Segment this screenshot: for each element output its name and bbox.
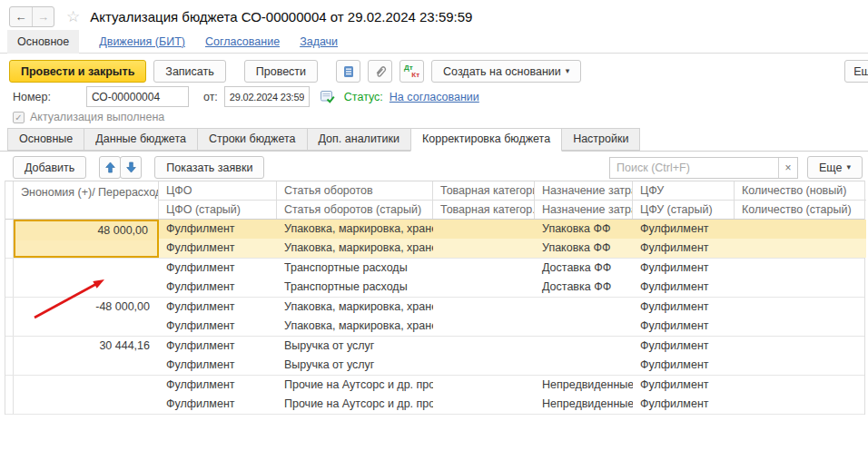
- cell-amount[interactable]: -48 000,00: [14, 298, 159, 336]
- show-requests-button[interactable]: Показать заявки: [154, 156, 264, 179]
- save-button[interactable]: Записать: [153, 60, 225, 83]
- cell-line: Транспортные расходы: [277, 278, 433, 297]
- nav-link-movements[interactable]: Движения (БИТ): [99, 35, 185, 48]
- date-field[interactable]: [224, 86, 310, 107]
- post-button[interactable]: Провести: [244, 60, 318, 83]
- forward-icon[interactable]: →: [32, 7, 54, 26]
- tab-extra-analytics[interactable]: Доп. аналитики: [307, 128, 412, 151]
- date-label: от:: [203, 91, 218, 103]
- cell[interactable]: [433, 220, 535, 258]
- column-header-purpose[interactable]: Назначение затрат Назначение затра...: [535, 181, 633, 219]
- cell[interactable]: ФулфилментФулфилмент: [159, 259, 277, 297]
- move-up-button[interactable]: [99, 156, 121, 179]
- cell[interactable]: [735, 220, 866, 258]
- cell[interactable]: Доставка ФФДоставка ФФ: [535, 259, 633, 297]
- cell-line: [433, 298, 535, 317]
- cell[interactable]: [433, 376, 535, 414]
- tab-budget-correction[interactable]: Корректировка бюджета: [410, 128, 562, 152]
- history-nav-group: ← →: [9, 6, 54, 27]
- cell[interactable]: ФулфилментФулфилмент: [159, 337, 277, 375]
- cell[interactable]: [735, 298, 866, 336]
- cell-line: Упаковка, маркировка, хранение: [277, 220, 433, 239]
- table-row[interactable]: 30 444,16ФулфилментФулфилментВыручка от …: [5, 337, 864, 376]
- tab-budget-data[interactable]: Данные бюджета: [84, 128, 198, 151]
- column-header-cfo[interactable]: ЦФО ЦФО (старый): [159, 181, 277, 219]
- dt-kt-button[interactable]: Дт Кт: [399, 60, 424, 83]
- number-field[interactable]: [86, 86, 189, 107]
- table-row[interactable]: ФулфилментФулфилментПрочие на Аутсорс и …: [5, 376, 864, 415]
- cell[interactable]: ФулфилментФулфилмент: [159, 298, 277, 336]
- correction-table: Энономия (+)/ Перерасход (-) ЦФО ЦФО (ст…: [5, 181, 865, 415]
- history-icon[interactable]: [320, 89, 335, 104]
- nav-link-approval[interactable]: Согласование: [205, 35, 280, 48]
- cell-line: [535, 337, 633, 356]
- cell[interactable]: [735, 259, 866, 297]
- back-icon[interactable]: ←: [10, 7, 32, 26]
- cell[interactable]: Упаковка ФФУпаковка ФФ: [535, 220, 633, 258]
- table-row[interactable]: 48 000,00ФулфилментФулфилментУпаковка, м…: [5, 220, 864, 259]
- status-link[interactable]: На согласовании: [390, 91, 479, 103]
- cell-amount[interactable]: [14, 259, 159, 297]
- cell-line: Доставка ФФ: [535, 259, 633, 278]
- tab-budget-lines[interactable]: Строки бюджета: [197, 128, 308, 151]
- tab-main[interactable]: Основные: [7, 128, 84, 151]
- report-button[interactable]: [336, 60, 360, 83]
- cell[interactable]: ФулфилментФулфилмент: [633, 337, 735, 375]
- dtkt-icon: Дт Кт: [404, 64, 419, 79]
- table-row[interactable]: -48 000,00ФулфилментФулфилментУпаковка, …: [5, 298, 864, 337]
- cell[interactable]: Транспортные расходыТранспортные расходы: [277, 259, 433, 297]
- cell[interactable]: [535, 298, 633, 336]
- cell[interactable]: ФулфилментФулфилмент: [633, 298, 735, 336]
- table-row[interactable]: ФулфилментФулфилментТранспортные расходы…: [5, 259, 864, 298]
- nav-item-main[interactable]: Основное: [7, 30, 79, 54]
- column-header-category[interactable]: Товарная категория Товарная категор...: [433, 181, 535, 219]
- cell-amount[interactable]: 30 444,16: [14, 337, 159, 375]
- cell-line: [535, 317, 633, 336]
- cell[interactable]: ФулфилментФулфилмент: [633, 220, 735, 258]
- cell[interactable]: [433, 259, 535, 297]
- cell[interactable]: [735, 337, 866, 375]
- add-button[interactable]: Добавить: [13, 156, 86, 179]
- cell[interactable]: [433, 337, 535, 375]
- cell-amount[interactable]: [14, 376, 159, 414]
- cell[interactable]: Упаковка, маркировка, хранениеУпаковка, …: [277, 220, 433, 258]
- column-header-article[interactable]: Статья оборотов Статья оборотов (старый): [277, 181, 433, 219]
- cell-line: [433, 220, 535, 239]
- cell-line: Упаковка, маркировка, хранение: [277, 298, 433, 317]
- cell[interactable]: [433, 298, 535, 336]
- actualization-checkbox[interactable]: ✓: [13, 112, 25, 123]
- move-down-button[interactable]: [120, 156, 142, 179]
- search-clear-icon[interactable]: ×: [778, 158, 797, 178]
- cell[interactable]: Непредвиденные ...Непредвиденные ...: [535, 376, 633, 414]
- table-body: 48 000,00ФулфилментФулфилментУпаковка, м…: [5, 220, 864, 415]
- post-and-close-button[interactable]: Провести и закрыть: [9, 60, 146, 83]
- table-more-button[interactable]: Еще ▾: [807, 156, 863, 179]
- favorite-star-icon[interactable]: ☆: [66, 9, 80, 24]
- header-label: Энономия (+)/ Перерасход (-): [14, 181, 158, 200]
- cell[interactable]: ФулфилментФулфилмент: [159, 376, 277, 414]
- chevron-down-icon: ▾: [566, 67, 570, 75]
- attachments-button[interactable]: [368, 60, 392, 83]
- create-based-on-label: Создать на основании: [443, 65, 561, 78]
- header-label: ЦФО: [159, 181, 276, 200]
- cell[interactable]: ФулфилментФулфилмент: [159, 220, 277, 258]
- cell[interactable]: [535, 337, 633, 375]
- nav-link-tasks[interactable]: Задачи: [300, 35, 338, 48]
- form-more-button[interactable]: Еще: [844, 60, 868, 83]
- cell[interactable]: ФулфилментФулфилмент: [633, 376, 735, 414]
- create-based-on-button[interactable]: Создать на основании ▾: [431, 60, 581, 83]
- tab-settings[interactable]: Настройки: [561, 128, 640, 151]
- cell[interactable]: Выручка от услугВыручка от услуг: [277, 337, 433, 375]
- chevron-down-icon: ▾: [846, 163, 851, 171]
- amount-value: [14, 376, 159, 395]
- cell[interactable]: Прочие на Аутсорс и др. проч...Прочие на…: [277, 376, 433, 414]
- cell-amount[interactable]: 48 000,00: [14, 220, 159, 258]
- column-header-amount[interactable]: Энономия (+)/ Перерасход (-): [14, 181, 159, 219]
- cell[interactable]: Упаковка, маркировка, хранениеУпаковка, …: [277, 298, 433, 336]
- page-title: Актуализация бюджета СО-00000004 от 29.0…: [90, 9, 472, 24]
- search-input[interactable]: [610, 158, 778, 178]
- column-header-cfu[interactable]: ЦФУ ЦФУ (старый): [633, 181, 735, 219]
- cell[interactable]: [735, 376, 866, 414]
- cell[interactable]: ФулфилментФулфилмент: [633, 259, 735, 297]
- column-header-quantity[interactable]: Количество (новый) Количество (старый): [735, 181, 866, 219]
